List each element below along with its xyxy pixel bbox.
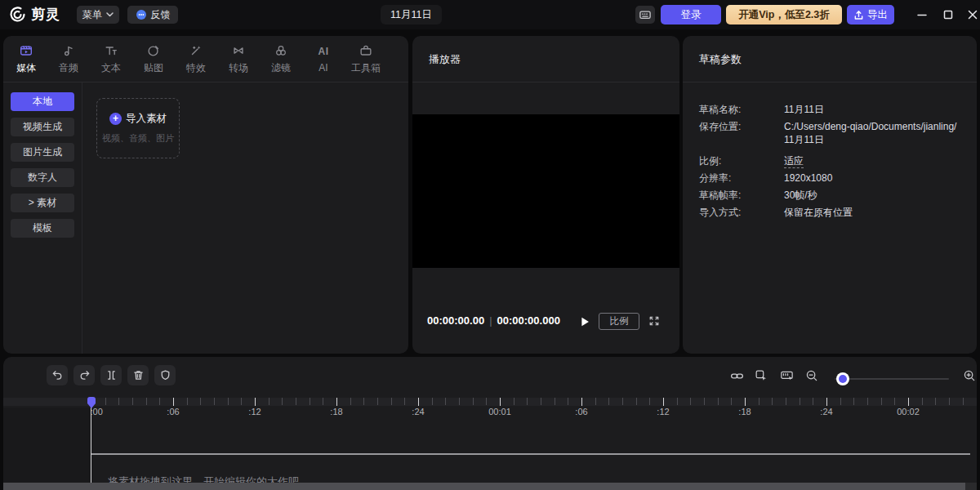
field-label: 保存位置: [699,120,784,146]
tab-audio-label: 音频 [59,61,78,75]
tab-toolbox[interactable]: 工具箱 [345,36,387,82]
app-logo-text: 剪灵 [31,5,60,24]
vip-button-label: 开通Vip，低至2.3折 [738,8,830,22]
tab-filters[interactable]: 滤镜 [260,36,302,82]
tab-effects[interactable]: 特效 [175,36,217,82]
draft-field-import-mode: 导入方式: 保留在原有位置 [699,206,960,219]
draft-field-name: 草稿名称: 11月11日 [699,103,960,116]
app-logo-icon [8,6,26,24]
linkage-select-icon[interactable] [752,367,770,385]
field-value: 11月11日 [784,103,960,116]
timeline-horizontal-scrollbar[interactable] [3,483,977,490]
draft-panel-title: 草稿参数 [699,52,742,67]
text-icon [104,43,118,58]
tab-text-label: 文本 [101,61,121,75]
timeline-toolbar [3,357,977,396]
tab-transitions-label: 转场 [229,61,248,75]
tab-toolbox-label: 工具箱 [351,61,381,75]
menu-button-label: 菜单 [82,8,102,22]
main-track-guide-line [91,453,970,455]
tab-audio[interactable]: 音频 [47,36,90,82]
field-value[interactable]: 适应 [784,154,960,167]
link-snap-icon[interactable] [728,367,746,385]
export-button-label: 导出 [867,8,888,22]
timeline-zoom-slider-knob[interactable] [836,372,849,385]
login-button[interactable]: 登录 [661,5,721,24]
split-button[interactable] [100,365,122,385]
tab-filters-label: 滤镜 [271,61,291,75]
playhead-line[interactable] [91,398,91,483]
zoom-in-icon[interactable] [960,367,977,385]
feedback-button[interactable]: 反馈 [127,6,178,24]
sidebar-item-templates[interactable]: 模板 [11,219,74,238]
fullscreen-icon[interactable] [648,314,662,329]
field-label: 草稿名称: [699,103,784,116]
redo-button[interactable] [74,365,95,385]
field-label: 分辨率: [699,172,784,185]
export-icon [853,10,864,20]
player-controls: 00:00:00.00|00:00:00.000 比例 [412,313,679,332]
draft-field-resolution: 分辨率: 1920x1080 [699,172,960,185]
scrollbar-corner [965,483,977,490]
tab-media[interactable]: 媒体 [5,36,47,82]
tab-text[interactable]: 文本 [90,36,132,82]
menu-button[interactable]: 菜单 [77,6,119,24]
project-title: 11月11日 [381,5,442,24]
import-button-label: 导入素材 [126,112,167,126]
field-value: 1920x1080 [784,172,960,185]
field-value: 保留在原有位置 [784,206,960,219]
player-panel-title: 播放器 [429,52,461,67]
ratio-button-label: 比例 [610,315,629,327]
sidebar-item-video-gen[interactable]: 视频生成 [11,118,74,136]
transition-bowtie-icon [231,43,246,58]
player-divider [412,82,679,82]
plus-icon: + [109,113,122,125]
field-label: 比例: [699,154,784,167]
track-header-column [3,408,91,483]
vip-upgrade-button[interactable]: 开通Vip，低至2.3折 [726,5,842,24]
draft-fields: 草稿名称: 11月11日 保存位置: C:/Users/deng-qiao/Do… [699,103,960,223]
shield-icon-button[interactable] [154,365,176,385]
top-bar: 剪灵 菜单 反馈 11月11日 [0,0,980,29]
draft-params-panel: 草稿参数 草稿名称: 11月11日 保存位置: C:/Users/deng-qi… [683,36,977,354]
preview-axis-icon[interactable] [777,367,795,385]
sidebar-item-image-gen[interactable]: 图片生成 [11,143,74,162]
tab-effects-label: 特效 [186,61,206,75]
ai-icon: AI [318,44,329,59]
ratio-button[interactable]: 比例 [599,313,639,330]
minimize-button[interactable] [911,5,933,24]
field-value: C:/Users/deng-qiao/Documents/jianling/11… [784,120,960,146]
feedback-button-label: 反馈 [151,8,171,22]
time-separator: | [484,314,497,327]
app-logo: 剪灵 [8,5,60,24]
sidebar-item-assets[interactable]: > 素材 [11,194,74,212]
delete-button[interactable] [127,365,149,385]
play-button[interactable] [577,314,592,329]
field-value: 30帧/秒 [784,189,960,202]
sidebar-item-local[interactable]: 本地 [11,92,74,111]
total-duration: 00:00:00.000 [497,314,560,327]
zoom-out-icon[interactable] [803,367,821,385]
current-time: 00:00:00.00 [427,314,484,327]
timeline-panel: 00:00 :06 :12 :18 :24 00:01 :06 :12 :18 … [3,357,977,490]
tab-transitions[interactable]: 转场 [217,36,260,82]
sidebar-item-digital-human[interactable]: 数字人 [11,168,74,187]
export-button[interactable]: 导出 [847,5,894,24]
close-button[interactable] [962,5,980,24]
tab-media-label: 媒体 [16,61,36,75]
field-label: 草稿帧率: [699,189,784,202]
undo-button[interactable] [47,365,68,385]
import-media-dropzone[interactable]: + 导入素材 视频、音频、图片 [96,98,180,158]
tab-sticker[interactable]: 贴图 [132,36,175,82]
ruler-minor-ticks [91,398,975,405]
media-sidebar: 本地 视频生成 图片生成 数字人 > 素材 模板 [3,82,82,354]
app-window: 剪灵 菜单 反馈 11月11日 [0,0,980,490]
sticker-icon [146,43,161,58]
tab-ai[interactable]: AI AI [302,36,345,82]
shortcut-keyboard-button[interactable] [635,6,655,24]
tab-ai-label: AI [318,62,327,74]
maximize-button[interactable] [938,5,959,24]
timeline-zoom-slider-track[interactable] [835,378,949,380]
keyboard-icon [639,9,652,20]
time-display: 00:00:00.00|00:00:00.000 [427,314,560,327]
